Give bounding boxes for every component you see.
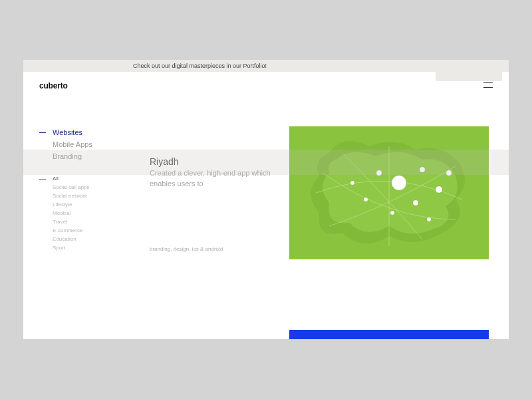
filter-all[interactable]: All xyxy=(39,174,132,183)
filter-lifestyle[interactable]: Lifestyle xyxy=(39,200,132,209)
primary-nav: Websites Mobile Apps Branding xyxy=(39,126,132,162)
project-content: Riyadh Created a clever, high-end app wh… xyxy=(150,156,296,190)
promo-banner-text: Check out our digital masterpieces in ou… xyxy=(133,61,267,70)
svg-point-8 xyxy=(446,170,452,176)
filter-label: Education xyxy=(53,236,76,242)
menu-icon[interactable] xyxy=(483,82,493,88)
nav-label: Branding xyxy=(53,152,82,160)
promo-banner-accent xyxy=(436,60,502,81)
filter-sport[interactable]: Sport xyxy=(39,243,132,252)
filter-medical[interactable]: Medical xyxy=(39,209,132,217)
svg-point-0 xyxy=(392,176,406,190)
sidebar: Websites Mobile Apps Branding All Social… xyxy=(39,126,132,252)
project-media[interactable] xyxy=(289,126,489,259)
svg-point-9 xyxy=(427,217,431,221)
svg-point-3 xyxy=(436,186,442,193)
filter-ecommerce[interactable]: E-commerce xyxy=(39,226,132,235)
filter-label: Social network xyxy=(53,193,87,199)
brand-logo[interactable]: cuberto xyxy=(39,81,68,90)
filter-label: Lifestyle xyxy=(53,201,72,207)
next-project-peek[interactable] xyxy=(289,330,489,339)
filter-nav: All Social call apps Social network Life… xyxy=(39,174,132,252)
svg-point-1 xyxy=(376,170,382,176)
filter-education[interactable]: Education xyxy=(39,235,132,243)
filter-label: All xyxy=(53,176,59,182)
filter-label: Social call apps xyxy=(53,184,90,190)
svg-point-4 xyxy=(413,200,418,205)
svg-point-5 xyxy=(390,211,394,215)
project-description: Created a clever, high-end app which ena… xyxy=(150,168,296,190)
nav-mobile-apps[interactable]: Mobile Apps xyxy=(39,138,132,150)
filter-label: Medical xyxy=(53,210,71,216)
svg-point-6 xyxy=(364,198,368,201)
filter-social-call[interactable]: Social call apps xyxy=(39,183,132,192)
filter-label: E-commerce xyxy=(53,227,82,233)
filter-label: Sport xyxy=(53,245,65,251)
nav-label: Websites xyxy=(53,128,82,136)
nav-label: Mobile Apps xyxy=(53,140,92,148)
project-tags: branding, design, ios & android xyxy=(150,246,223,252)
svg-point-7 xyxy=(350,181,354,185)
nav-websites[interactable]: Websites xyxy=(39,126,132,138)
map-illustration xyxy=(289,126,489,259)
svg-point-2 xyxy=(420,167,425,172)
nav-branding[interactable]: Branding xyxy=(39,150,132,162)
filter-travel[interactable]: Travel xyxy=(39,217,132,226)
filter-label: Travel xyxy=(53,219,67,225)
project-title: Riyadh xyxy=(150,156,296,167)
app-window: Check out our digital masterpieces in ou… xyxy=(23,60,509,339)
filter-social-network[interactable]: Social network xyxy=(39,192,132,200)
